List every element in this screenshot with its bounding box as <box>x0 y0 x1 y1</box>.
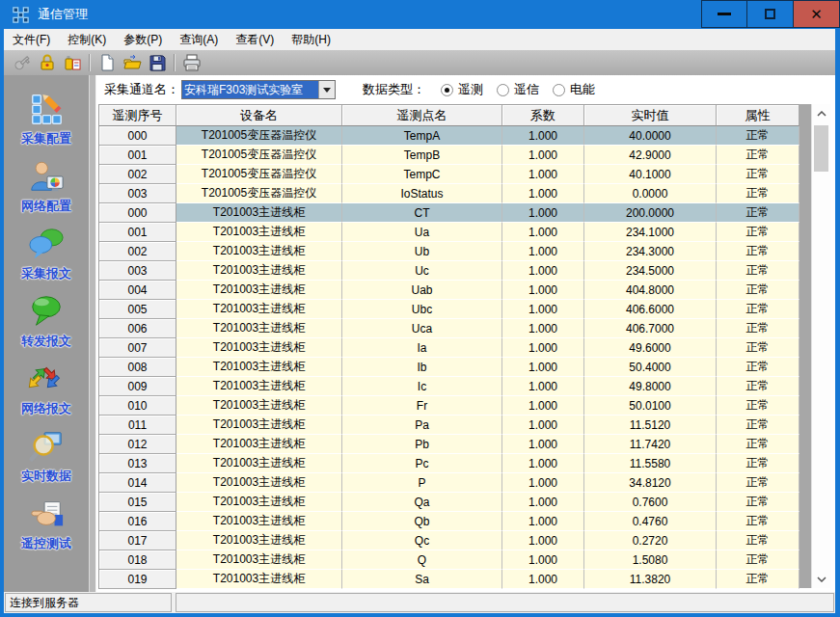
seq-cell[interactable]: 015 <box>99 493 176 512</box>
point-cell[interactable]: Uab <box>342 281 502 300</box>
point-cell[interactable]: Ua <box>342 223 502 242</box>
point-cell[interactable]: Ib <box>342 358 502 377</box>
value-cell[interactable]: 11.3820 <box>584 570 717 589</box>
point-cell[interactable]: Ic <box>342 377 502 396</box>
scroll-up-button[interactable] <box>812 104 830 122</box>
combobox-dropdown-button[interactable] <box>318 81 335 98</box>
value-cell[interactable]: 50.0100 <box>584 396 717 416</box>
menu-control[interactable]: 控制(K) <box>59 29 115 50</box>
seq-cell[interactable]: 012 <box>99 435 176 454</box>
scroll-down-button[interactable] <box>812 570 830 588</box>
table-row[interactable]: 018T201003主进线柜Q1.0001.5080正常 <box>99 550 799 570</box>
table-row[interactable]: 016T201003主进线柜Qb1.0000.4760正常 <box>99 512 799 531</box>
status-cell[interactable]: 正常 <box>717 338 799 358</box>
table-row[interactable]: 000T201005变压器温控仪TempA1.00040.0000正常 <box>99 126 799 146</box>
coef-cell[interactable]: 1.000 <box>502 281 584 300</box>
table-row[interactable]: 001T201005变压器温控仪TempB1.00042.9000正常 <box>99 146 799 165</box>
menu-params[interactable]: 参数(P) <box>115 29 171 50</box>
coef-cell[interactable]: 1.000 <box>502 358 584 377</box>
value-cell[interactable]: 404.8000 <box>584 281 717 300</box>
table-row[interactable]: 014T201003主进线柜P1.00034.8120正常 <box>99 473 799 493</box>
device-cell[interactable]: T201003主进线柜 <box>176 223 342 242</box>
device-cell[interactable]: T201003主进线柜 <box>176 338 342 358</box>
coef-cell[interactable]: 1.000 <box>502 531 584 550</box>
sidebar-item-realtime-data[interactable]: 实时数据 <box>6 422 87 490</box>
coef-cell[interactable]: 1.000 <box>502 550 584 570</box>
coef-cell[interactable]: 1.000 <box>502 126 584 146</box>
seq-cell[interactable]: 005 <box>99 300 176 319</box>
menu-query[interactable]: 查询(A) <box>171 29 227 50</box>
coef-cell[interactable]: 1.000 <box>502 203 584 223</box>
value-cell[interactable]: 49.6000 <box>584 338 717 358</box>
seq-cell[interactable]: 017 <box>99 531 176 550</box>
point-cell[interactable]: Uc <box>342 261 502 281</box>
radio-energy[interactable]: 电能 <box>553 81 595 98</box>
value-cell[interactable]: 0.0000 <box>584 184 717 203</box>
seq-cell[interactable]: 000 <box>99 126 176 146</box>
value-cell[interactable]: 406.7000 <box>584 319 717 338</box>
coef-cell[interactable]: 1.000 <box>502 512 584 531</box>
status-cell[interactable]: 正常 <box>717 454 799 473</box>
point-cell[interactable]: IoStatus <box>342 184 502 203</box>
status-cell[interactable]: 正常 <box>717 319 799 338</box>
value-cell[interactable]: 0.2720 <box>584 531 717 550</box>
seq-cell[interactable]: 013 <box>99 454 176 473</box>
status-cell[interactable]: 正常 <box>717 512 799 531</box>
seq-cell[interactable]: 000 <box>99 203 176 223</box>
status-cell[interactable]: 正常 <box>717 473 799 493</box>
table-row[interactable]: 015T201003主进线柜Qa1.0000.7600正常 <box>99 493 799 512</box>
device-cell[interactable]: T201003主进线柜 <box>176 435 342 454</box>
value-cell[interactable]: 49.8000 <box>584 377 717 396</box>
menu-file[interactable]: 文件(F) <box>4 29 59 50</box>
menu-help[interactable]: 帮助(H) <box>283 29 339 50</box>
seq-cell[interactable]: 014 <box>99 473 176 493</box>
sidebar-item-network-config[interactable]: 网络配置 <box>6 152 87 220</box>
device-cell[interactable]: T201003主进线柜 <box>176 473 342 493</box>
status-cell[interactable]: 正常 <box>717 281 799 300</box>
status-cell[interactable]: 正常 <box>717 377 799 396</box>
print-button[interactable] <box>180 52 203 73</box>
seq-cell[interactable]: 010 <box>99 396 176 416</box>
config-export-button[interactable] <box>61 52 84 73</box>
open-button[interactable] <box>121 52 144 73</box>
table-row[interactable]: 004T201003主进线柜Uab1.000404.8000正常 <box>99 281 799 300</box>
device-cell[interactable]: T201003主进线柜 <box>176 300 342 319</box>
point-cell[interactable]: Ubc <box>342 300 502 319</box>
point-cell[interactable]: Pa <box>342 416 502 435</box>
point-cell[interactable]: CT <box>342 203 502 223</box>
coef-cell[interactable]: 1.000 <box>502 454 584 473</box>
value-cell[interactable]: 0.4760 <box>584 512 717 531</box>
device-cell[interactable]: T201003主进线柜 <box>176 319 342 338</box>
table-row[interactable]: 019T201003主进线柜Sa1.00011.3820正常 <box>99 570 799 589</box>
sidebar-item-network-message[interactable]: 网络报文 <box>6 355 87 422</box>
coef-cell[interactable]: 1.000 <box>502 473 584 493</box>
table-row[interactable]: 008T201003主进线柜Ib1.00050.4000正常 <box>99 358 799 377</box>
device-cell[interactable]: T201005变压器温控仪 <box>176 146 342 165</box>
coef-cell[interactable]: 1.000 <box>502 223 584 242</box>
device-cell[interactable]: T201003主进线柜 <box>176 281 342 300</box>
value-cell[interactable]: 1.5080 <box>584 550 717 570</box>
seq-cell[interactable]: 009 <box>99 377 176 396</box>
column-header-device[interactable]: 设备名 <box>176 105 342 126</box>
value-cell[interactable]: 11.5120 <box>584 416 717 435</box>
seq-cell[interactable]: 008 <box>99 358 176 377</box>
sidebar-item-remote-test[interactable]: 遥控测试 <box>6 490 87 557</box>
table-row[interactable]: 000T201003主进线柜CT1.000200.0000正常 <box>99 203 799 223</box>
point-cell[interactable]: Fr <box>342 396 502 416</box>
seq-cell[interactable]: 004 <box>99 281 176 300</box>
status-cell[interactable]: 正常 <box>717 146 799 165</box>
seq-cell[interactable]: 007 <box>99 338 176 358</box>
point-cell[interactable]: P <box>342 473 502 493</box>
table-row[interactable]: 002T201005变压器温控仪TempC1.00040.1000正常 <box>99 165 799 184</box>
status-cell[interactable]: 正常 <box>717 570 799 589</box>
seq-cell[interactable]: 001 <box>99 146 176 165</box>
point-cell[interactable]: Pc <box>342 454 502 473</box>
table-row[interactable]: 011T201003主进线柜Pa1.00011.5120正常 <box>99 416 799 435</box>
status-cell[interactable]: 正常 <box>717 242 799 261</box>
device-cell[interactable]: T201003主进线柜 <box>176 531 342 550</box>
coef-cell[interactable]: 1.000 <box>502 242 584 261</box>
table-row[interactable]: 002T201003主进线柜Ub1.000234.3000正常 <box>99 242 799 261</box>
table-row[interactable]: 007T201003主进线柜Ia1.00049.6000正常 <box>99 338 799 358</box>
sidebar-item-collect-config[interactable]: 采集配置 <box>6 85 87 152</box>
point-cell[interactable]: Qc <box>342 531 502 550</box>
